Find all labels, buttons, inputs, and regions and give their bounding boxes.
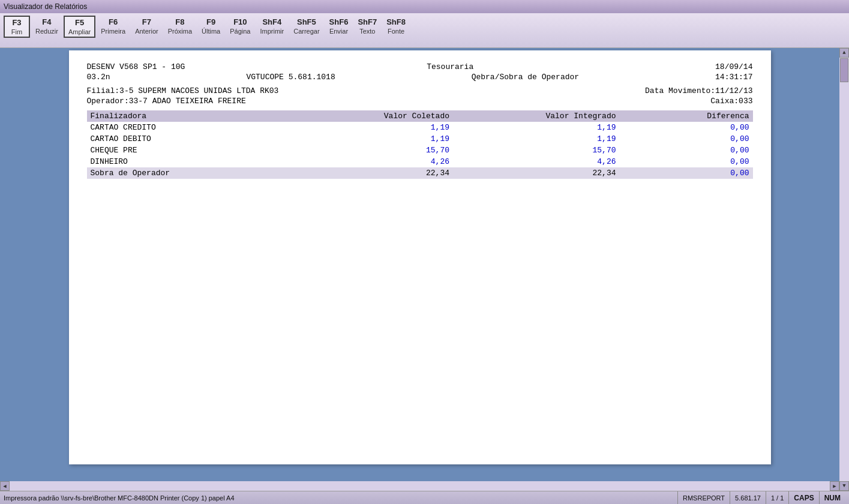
status-num: NUM — [819, 491, 845, 504]
report-header-row1: DESENV V568 SP1 - 10G Tesouraria 18/09/1… — [87, 62, 753, 71]
toolbar-btn-f3[interactable]: F3 Fim — [4, 16, 30, 38]
btn-key-shf7: ShF7 — [358, 17, 377, 26]
report-module: Tesouraria — [427, 62, 473, 71]
btn-label-shf7: Texto — [359, 28, 375, 35]
btn-label-shf4: Imprimir — [260, 28, 284, 35]
report-info-branch-row: Filial:3-5 SUPERM NACOES UNIDAS LTDA RK0… — [87, 86, 753, 95]
col-header-finalizadora: Finalizadora — [87, 110, 320, 122]
toolbar-btn-f10[interactable]: F10 Página — [226, 16, 254, 37]
btn-label-f8: Próxima — [168, 28, 192, 35]
btn-key-shf8: ShF8 — [386, 17, 406, 26]
report-caixa: Caixa:033 — [710, 97, 752, 106]
status-rmsreport: RMSREPORT — [677, 491, 730, 504]
total-integrado: 22,34 — [453, 167, 620, 179]
report-table: Finalizadora Valor Coletado Valor Integr… — [87, 110, 753, 179]
status-value: 5.681.17 — [730, 491, 766, 504]
report-info-operator-row: Operador:33-7 ADAO TEIXEIRA FREIRECaixa:… — [87, 97, 753, 106]
btn-key-f7: F7 — [142, 17, 151, 26]
btn-key-f10: F10 — [233, 17, 247, 26]
toolbar-btn-f4[interactable]: F4 Reduzir — [31, 16, 62, 37]
cell-integrado: 1,19 — [453, 122, 620, 133]
btn-label-f10: Página — [230, 28, 250, 35]
report-operator: Operador:33-7 ADAO TEIXEIRA FREIRE — [87, 97, 246, 106]
toolbar: F3 Fim F4 Reduzir F5 Ampliar F6 Primeira… — [0, 13, 849, 48]
table-total-row: Sobra de Operador22,3422,340,00 — [87, 167, 753, 179]
btn-label-f3: Fim — [11, 28, 22, 35]
toolbar-btn-f5[interactable]: F5 Ampliar — [64, 16, 95, 38]
toolbar-btn-shf8[interactable]: ShF8 Fonte — [382, 16, 410, 37]
btn-key-f3: F3 — [12, 18, 21, 27]
cell-name: CARTAO DEBITO — [87, 133, 320, 145]
table-row: DINHEIRO4,264,260,00 — [87, 156, 753, 167]
status-caps: CAPS — [788, 491, 818, 504]
cell-name: CARTAO CREDITO — [87, 122, 320, 133]
btn-key-shf6: ShF6 — [329, 17, 349, 26]
toolbar-btn-shf5[interactable]: ShF5 Carregar — [289, 16, 323, 37]
scroll-up-arrow[interactable]: ▲ — [839, 48, 849, 58]
cell-diferenca: 0,00 — [620, 133, 753, 145]
btn-label-shf5: Carregar — [293, 28, 319, 35]
btn-key-f9: F9 — [206, 17, 215, 26]
main-area: DESENV V568 SP1 - 10G Tesouraria 18/09/1… — [0, 48, 849, 491]
toolbar-btn-shf7[interactable]: ShF7 Texto — [353, 16, 381, 37]
btn-key-f5: F5 — [75, 18, 84, 27]
report-branch: Filial:3-5 SUPERM NACOES UNIDAS LTDA RK0… — [87, 86, 279, 95]
btn-key-shf5: ShF5 — [297, 17, 316, 26]
report-version: 03.2n — [87, 73, 110, 82]
cell-diferenca: 0,00 — [620, 122, 753, 133]
cell-name: CHEQUE PRE — [87, 145, 320, 156]
toolbar-btn-shf4[interactable]: ShF4 Imprimir — [256, 16, 288, 37]
scroll-thumb[interactable] — [840, 58, 848, 82]
cell-integrado: 15,70 — [453, 145, 620, 156]
status-bar: Impressora padrão \\srv-fs-bre\Brother M… — [0, 491, 849, 504]
btn-key-f8: F8 — [175, 17, 184, 26]
toolbar-btn-f9[interactable]: F9 Última — [197, 16, 224, 37]
window-title: Visualizador de Relatórios — [4, 2, 87, 11]
title-bar: Visualizador de Relatórios — [0, 0, 849, 13]
btn-label-f9: Última — [202, 28, 220, 35]
status-printer: Impressora padrão \\srv-fs-bre\Brother M… — [4, 494, 677, 502]
scrollbar-bottom[interactable]: ◀ ▶ — [0, 481, 839, 491]
btn-label-f4: Reduzir — [35, 28, 58, 35]
toolbar-btn-shf6[interactable]: ShF6 Enviar — [325, 16, 353, 37]
table-header-row: Finalizadora Valor Coletado Valor Integr… — [87, 110, 753, 122]
scroll-right-arrow[interactable]: ▶ — [830, 481, 839, 491]
scroll-left-arrow[interactable]: ◀ — [0, 481, 10, 491]
cell-integrado: 1,19 — [453, 133, 620, 145]
col-header-integrado: Valor Integrado — [453, 110, 620, 122]
cell-diferenca: 0,00 — [620, 145, 753, 156]
cell-coletado: 1,19 — [320, 122, 453, 133]
scroll-h-track[interactable] — [10, 481, 830, 491]
doc-scroll-area[interactable]: DESENV V568 SP1 - 10G Tesouraria 18/09/1… — [0, 48, 839, 481]
btn-key-shf4: ShF4 — [262, 17, 281, 26]
cell-coletado: 4,26 — [320, 156, 453, 167]
toolbar-btn-f8[interactable]: F8 Próxima — [164, 16, 196, 37]
report-time: 14:31:17 — [715, 73, 752, 82]
toolbar-btn-f7[interactable]: F7 Anterior — [131, 16, 163, 37]
report-date: 18/09/14 — [715, 62, 752, 71]
btn-key-f4: F4 — [42, 17, 51, 26]
report-document: DESENV V568 SP1 - 10G Tesouraria 18/09/1… — [69, 50, 771, 464]
scroll-down-arrow[interactable]: ▼ — [839, 481, 849, 491]
btn-label-shf6: Enviar — [329, 28, 348, 35]
cell-diferenca: 0,00 — [620, 156, 753, 167]
scroll-track[interactable] — [839, 58, 849, 481]
report-table-body: CARTAO CREDITO1,191,190,00CARTAO DEBITO1… — [87, 122, 753, 179]
status-pages: 1 / 1 — [766, 491, 788, 504]
report-header-row2: 03.2nVGTUCOPE 5.681.1018Qebra/Sobra de O… — [87, 73, 753, 82]
cell-coletado: 1,19 — [320, 133, 453, 145]
btn-label-f7: Anterior — [135, 28, 158, 35]
col-header-diferenca: Diferenca — [620, 110, 753, 122]
table-row: CHEQUE PRE15,7015,700,00 — [87, 145, 753, 156]
toolbar-btn-f6[interactable]: F6 Primeira — [97, 16, 130, 37]
doc-wrapper: DESENV V568 SP1 - 10G Tesouraria 18/09/1… — [0, 48, 839, 491]
btn-label-f5: Ampliar — [68, 28, 91, 35]
table-row: CARTAO CREDITO1,191,190,00 — [87, 122, 753, 133]
cell-name: DINHEIRO — [87, 156, 320, 167]
total-diferenca: 0,00 — [620, 167, 753, 179]
total-name: Sobra de Operador — [87, 167, 320, 179]
btn-label-shf8: Fonte — [388, 28, 404, 35]
report-system: DESENV V568 SP1 - 10G — [87, 62, 185, 71]
btn-key-f6: F6 — [109, 17, 118, 26]
scrollbar-right[interactable]: ▲ ▼ — [839, 48, 849, 491]
